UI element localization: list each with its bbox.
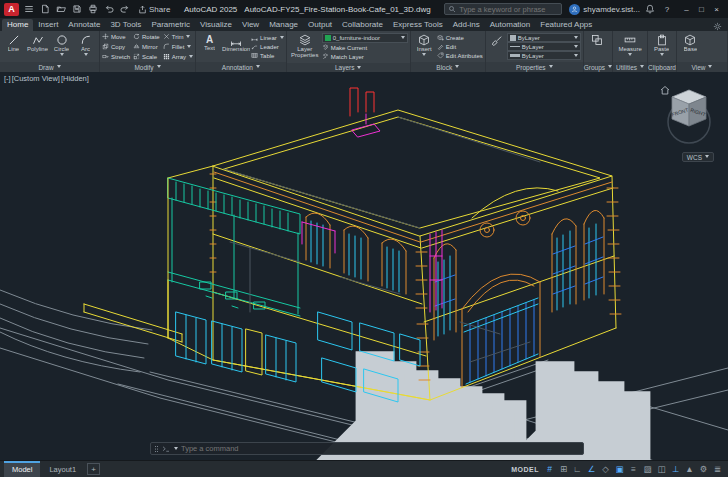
ribbon-options-icon[interactable] bbox=[709, 22, 726, 31]
panel-title-draw[interactable]: Draw bbox=[0, 62, 99, 72]
move-button[interactable]: Move bbox=[102, 32, 130, 41]
selection-cycling-toggle[interactable]: ◫ bbox=[655, 463, 668, 476]
ribbon-tab-home[interactable]: Home bbox=[2, 19, 33, 31]
print-button[interactable] bbox=[86, 3, 100, 16]
lineweight-dropdown[interactable]: ByLayer bbox=[507, 51, 581, 60]
ortho-mode-toggle[interactable]: ∟ bbox=[571, 463, 584, 476]
fillet-button[interactable]: Fillet bbox=[163, 42, 193, 51]
save-button[interactable] bbox=[70, 3, 84, 16]
group-button[interactable] bbox=[586, 32, 609, 61]
panel-title-view[interactable]: View bbox=[677, 62, 727, 72]
panel-title-groups[interactable]: Groups bbox=[584, 62, 612, 72]
workspace-switching-button[interactable]: ⚙ bbox=[697, 463, 710, 476]
panel-title-clipboard[interactable]: Clipboard bbox=[648, 62, 676, 72]
ribbon-tab-add-ins[interactable]: Add-ins bbox=[448, 19, 485, 31]
close-button[interactable]: × bbox=[709, 2, 724, 16]
share-button[interactable]: Share bbox=[138, 5, 170, 14]
panel-title-properties[interactable]: Properties bbox=[486, 62, 583, 72]
roof-details[interactable] bbox=[224, 117, 540, 228]
new-file-button[interactable] bbox=[38, 3, 52, 16]
customization-button[interactable]: ≣ bbox=[711, 463, 724, 476]
layer-properties-button[interactable]: Layer Properties bbox=[289, 32, 321, 62]
view-name-control[interactable]: [Custom View] bbox=[12, 74, 60, 83]
polyline-button[interactable]: Polyline bbox=[26, 32, 49, 61]
ribbon-tab-collaborate[interactable]: Collaborate bbox=[337, 19, 388, 31]
user-account[interactable]: shyamdev.sist... bbox=[569, 4, 640, 15]
recent-commands-caret-icon[interactable] bbox=[174, 447, 178, 452]
ribbon-tab-output[interactable]: Output bbox=[303, 19, 337, 31]
line-button[interactable]: Line bbox=[2, 32, 25, 61]
interior-wireframe[interactable] bbox=[230, 242, 530, 362]
perimeter-wall[interactable] bbox=[84, 304, 182, 342]
home-icon[interactable] bbox=[661, 87, 669, 95]
panel-title-block[interactable]: Block bbox=[411, 62, 485, 72]
scale-button[interactable]: Scale bbox=[133, 52, 160, 61]
copy-button[interactable]: Copy bbox=[102, 42, 130, 51]
entry-arch[interactable] bbox=[462, 274, 540, 387]
viewcube[interactable]: FRONT RIGHT bbox=[658, 82, 720, 148]
annotation-visibility-toggle[interactable]: ▲ bbox=[683, 463, 696, 476]
grid-display-toggle[interactable]: # bbox=[543, 463, 556, 476]
arc-button[interactable]: Arc bbox=[74, 32, 97, 61]
panel-title-annotation[interactable]: Annotation bbox=[196, 62, 286, 72]
redo-button[interactable] bbox=[118, 3, 132, 16]
open-file-button[interactable] bbox=[54, 3, 68, 16]
leader-button[interactable]: Leader bbox=[251, 42, 284, 51]
ribbon-tab-annotate[interactable]: Annotate bbox=[63, 19, 105, 31]
array-button[interactable]: Array bbox=[163, 52, 193, 61]
visual-style-control[interactable]: [Hidden] bbox=[61, 74, 89, 83]
pergola[interactable] bbox=[168, 178, 300, 316]
ribbon-tab-manage[interactable]: Manage bbox=[264, 19, 303, 31]
search-input[interactable] bbox=[459, 5, 558, 14]
table-button[interactable]: Table bbox=[251, 51, 284, 60]
dimension-button[interactable]: Dimension bbox=[222, 32, 250, 61]
roof-vent-red[interactable] bbox=[350, 88, 374, 116]
insert-block-button[interactable]: Insert bbox=[413, 32, 436, 61]
model-space-viewport[interactable]: [-] [Custom View] [Hidden] FRONT RIGHT W… bbox=[0, 72, 728, 460]
transparency-toggle[interactable]: ▨ bbox=[641, 463, 654, 476]
amphitheater-steps[interactable] bbox=[0, 290, 152, 372]
dynamic-ucs-toggle[interactable]: ⊥ bbox=[669, 463, 682, 476]
space-label[interactable]: MODEL bbox=[511, 466, 539, 473]
drawing-canvas[interactable] bbox=[0, 72, 728, 460]
layout1-tab[interactable]: Layout1 bbox=[41, 461, 84, 477]
entry-doors[interactable] bbox=[470, 300, 534, 382]
menu-icon[interactable] bbox=[22, 3, 36, 16]
panel-title-modify[interactable]: Modify bbox=[100, 62, 195, 72]
application-menu-button[interactable]: A bbox=[4, 3, 19, 16]
create-block-button[interactable]: Create bbox=[437, 33, 483, 42]
notifications-icon[interactable] bbox=[643, 3, 657, 16]
snap-mode-toggle[interactable]: ⊞ bbox=[557, 463, 570, 476]
roof-outline[interactable] bbox=[213, 110, 612, 236]
panel-title-utilities[interactable]: Utilities bbox=[613, 62, 647, 72]
ribbon-tab-3d-tools[interactable]: 3D Tools bbox=[105, 19, 146, 31]
maximize-button[interactable]: □ bbox=[694, 2, 709, 16]
text-button[interactable]: AText bbox=[198, 32, 221, 61]
right-windows-mullions[interactable] bbox=[435, 237, 603, 306]
ribbon-tab-view[interactable]: View bbox=[237, 19, 264, 31]
ribbon-tab-automation[interactable]: Automation bbox=[485, 19, 535, 31]
measure-button[interactable]: Measure bbox=[615, 32, 645, 61]
edit-block-button[interactable]: Edit bbox=[437, 42, 483, 51]
rotate-button[interactable]: Rotate bbox=[133, 32, 160, 41]
roof-duct-magenta[interactable] bbox=[352, 114, 380, 137]
minimize-button[interactable]: – bbox=[679, 2, 694, 16]
base-view-button[interactable]: Base bbox=[679, 32, 702, 61]
linetype-dropdown[interactable]: ByLayer bbox=[507, 42, 581, 51]
ribbon-tab-visualize[interactable]: Visualize bbox=[195, 19, 237, 31]
viewport-toggle-control[interactable]: [-] bbox=[4, 74, 11, 83]
trim-button[interactable]: Trim bbox=[163, 32, 193, 41]
entry-transom[interactable] bbox=[464, 298, 538, 384]
mirror-button[interactable]: Mirror bbox=[133, 42, 160, 51]
lineweight-toggle[interactable]: ≡ bbox=[627, 463, 640, 476]
grip-icon[interactable] bbox=[154, 445, 159, 453]
edit-attributes-button[interactable]: Edit Attributes bbox=[437, 51, 483, 60]
command-input[interactable] bbox=[181, 444, 580, 453]
stretch-button[interactable]: Stretch bbox=[102, 52, 130, 61]
match-layer-button[interactable]: Match Layer bbox=[322, 52, 408, 61]
make-current-button[interactable]: Make Current bbox=[322, 43, 408, 52]
layer-dropdown[interactable]: 0_furniture-indoor bbox=[322, 33, 408, 43]
ribbon-tab-parametric[interactable]: Parametric bbox=[146, 19, 195, 31]
new-layout-button[interactable]: + bbox=[87, 463, 100, 475]
object-color-dropdown[interactable]: ByLayer bbox=[507, 33, 581, 42]
